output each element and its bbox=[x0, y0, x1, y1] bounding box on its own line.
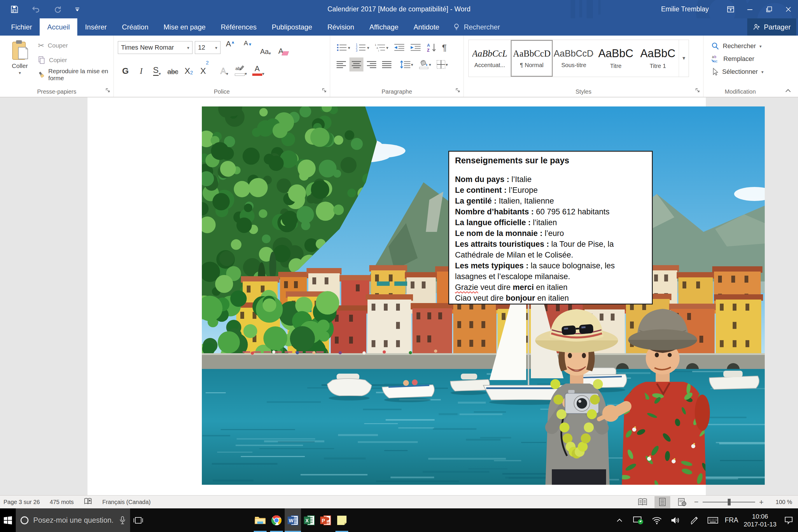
align-center-button[interactable] bbox=[349, 57, 363, 72]
decrease-indent-button[interactable] bbox=[392, 40, 407, 55]
taskbar-search[interactable]: Posez-moi une question. bbox=[16, 508, 130, 532]
find-button[interactable]: Rechercher▾ bbox=[711, 40, 777, 53]
user-name[interactable]: Emilie Tremblay bbox=[661, 5, 709, 13]
zoom-out-button[interactable]: − bbox=[694, 498, 699, 506]
tray-clock[interactable]: 10:06 2017-01-13 bbox=[741, 512, 779, 528]
tell-me-search[interactable]: Rechercher bbox=[447, 18, 506, 36]
word-count[interactable]: 475 mots bbox=[50, 499, 74, 506]
font-color-button[interactable]: A ▾ bbox=[250, 60, 267, 76]
tray-display-icon[interactable] bbox=[629, 516, 647, 525]
tab-révision[interactable]: Révision bbox=[320, 18, 362, 36]
tray-wifi-icon[interactable] bbox=[647, 516, 666, 525]
task-view-button[interactable] bbox=[130, 508, 147, 532]
sort-button[interactable]: AZ bbox=[424, 40, 439, 55]
subscript-button[interactable]: X2 bbox=[181, 60, 196, 76]
shrink-font-button[interactable]: A▼ bbox=[240, 40, 255, 55]
country-infobox[interactable]: Renseignements sur le pays Nom du pays :… bbox=[448, 151, 653, 304]
underline-button[interactable]: S▾ bbox=[149, 60, 165, 76]
tab-insérer[interactable]: Insérer bbox=[77, 18, 114, 36]
text-effects-button[interactable]: A▾ bbox=[217, 60, 232, 76]
proofing-status-icon[interactable] bbox=[84, 498, 93, 507]
tab-publipostage[interactable]: Publipostage bbox=[264, 18, 320, 36]
tray-language[interactable]: FRA bbox=[722, 516, 741, 524]
italic-button[interactable]: I bbox=[134, 60, 149, 76]
collapse-ribbon-button[interactable] bbox=[784, 88, 792, 95]
format-painter-button[interactable]: Reproduire la mise en forme bbox=[38, 70, 113, 80]
clear-formatting-button[interactable]: A bbox=[276, 40, 291, 55]
tab-antidote[interactable]: Antidote bbox=[406, 18, 447, 36]
ribbon-display-options-button[interactable] bbox=[721, 0, 740, 18]
taskbar-powerpoint[interactable]: P bbox=[317, 508, 334, 532]
increase-indent-button[interactable] bbox=[408, 40, 423, 55]
tray-volume-icon[interactable] bbox=[666, 516, 685, 525]
line-spacing-button[interactable]: ▾ bbox=[398, 57, 415, 72]
tab-affichage[interactable]: Affichage bbox=[362, 18, 406, 36]
shading-button[interactable]: ▾ bbox=[417, 57, 433, 72]
tab-références[interactable]: Références bbox=[213, 18, 264, 36]
paste-button[interactable]: Coller ▾ bbox=[5, 40, 35, 89]
styles-dialog-launcher[interactable] bbox=[695, 88, 700, 94]
style-title[interactable]: AaBbCTitre bbox=[595, 40, 637, 77]
zoom-slider[interactable] bbox=[703, 502, 755, 502]
clipboard-dialog-launcher[interactable] bbox=[105, 88, 111, 94]
borders-button[interactable]: ▾ bbox=[434, 57, 450, 72]
infobox-line: La langue officielle : l’italien bbox=[455, 217, 646, 228]
tab-accueil[interactable]: Accueil bbox=[40, 18, 77, 36]
style-normal[interactable]: AaBbCcD¶ Normal bbox=[511, 40, 553, 77]
style-name: Accentuat... bbox=[474, 62, 505, 69]
cut-button[interactable]: ✂ Couper bbox=[38, 40, 113, 51]
language-indicator[interactable]: Français (Canada) bbox=[102, 499, 151, 506]
tab-mise-en-page[interactable]: Mise en page bbox=[156, 18, 213, 36]
document-area: Renseignements sur le pays Nom du pays :… bbox=[0, 97, 798, 495]
zoom-slider-handle[interactable] bbox=[728, 499, 730, 506]
strikethrough-button[interactable]: abc bbox=[165, 60, 180, 76]
align-right-button[interactable] bbox=[365, 57, 379, 72]
taskbar-excel[interactable]: X bbox=[301, 508, 317, 532]
taskbar-word-active[interactable]: W bbox=[285, 508, 301, 532]
start-button[interactable] bbox=[0, 508, 16, 532]
read-mode-button[interactable] bbox=[635, 496, 650, 508]
zoom-level[interactable]: 100 % bbox=[768, 499, 792, 506]
restore-button[interactable] bbox=[760, 0, 779, 18]
bold-button[interactable]: G bbox=[118, 60, 133, 76]
highlight-button[interactable]: ab ▾ bbox=[232, 60, 249, 76]
microphone-icon[interactable] bbox=[119, 516, 126, 525]
action-center-icon[interactable] bbox=[779, 516, 798, 525]
align-left-button[interactable] bbox=[334, 57, 348, 72]
share-button[interactable]: Partager bbox=[747, 18, 796, 36]
page-indicator[interactable]: Page 3 sur 26 bbox=[3, 499, 40, 506]
show-marks-button[interactable]: ¶ bbox=[440, 40, 449, 55]
replace-button[interactable]: abac Remplacer bbox=[711, 53, 777, 65]
justify-button[interactable] bbox=[380, 57, 394, 72]
tray-pen-icon[interactable] bbox=[685, 516, 703, 525]
style-title1[interactable]: AaBbCTitre 1 bbox=[637, 40, 679, 77]
font-size-combo[interactable]: 12 ▾ bbox=[195, 41, 221, 54]
font-dialog-launcher[interactable] bbox=[322, 88, 327, 94]
numbering-button[interactable]: 123▾ bbox=[354, 40, 372, 55]
tray-keyboard-icon[interactable] bbox=[703, 516, 722, 524]
styles-gallery-more-button[interactable]: ▼ bbox=[679, 40, 689, 77]
select-button[interactable]: Sélectionner▾ bbox=[711, 65, 777, 78]
bullets-button[interactable]: ▾ bbox=[334, 40, 352, 55]
multilevel-list-button[interactable]: 1ai▾ bbox=[373, 40, 391, 55]
zoom-in-button[interactable]: + bbox=[759, 498, 764, 506]
change-case-button[interactable]: Aa▾ bbox=[258, 40, 273, 55]
taskbar-file-explorer[interactable] bbox=[252, 508, 268, 532]
tab-création[interactable]: Création bbox=[114, 18, 156, 36]
superscript-button[interactable]: X2 bbox=[197, 60, 212, 76]
style-subtitle[interactable]: AaBbCcDcSous-titre bbox=[553, 40, 595, 77]
font-family-combo[interactable]: Times New Romar ▾ bbox=[118, 41, 192, 54]
powerpoint-icon: P bbox=[320, 514, 331, 526]
print-layout-button[interactable] bbox=[654, 496, 670, 508]
style-accent[interactable]: AaBbCcLAccentuat... bbox=[469, 40, 511, 77]
close-button[interactable] bbox=[779, 0, 798, 18]
paragraph-dialog-launcher[interactable] bbox=[455, 88, 460, 94]
taskbar-sticky-notes[interactable] bbox=[334, 508, 350, 532]
tab-fichier[interactable]: Fichier bbox=[3, 18, 40, 36]
tray-chevron-icon[interactable] bbox=[610, 518, 629, 522]
copy-button[interactable]: Copier bbox=[38, 55, 113, 65]
taskbar-chrome[interactable] bbox=[268, 508, 285, 532]
web-layout-button[interactable] bbox=[674, 496, 690, 508]
grow-font-button[interactable]: A▲ bbox=[223, 40, 238, 55]
minimize-button[interactable] bbox=[740, 0, 760, 18]
